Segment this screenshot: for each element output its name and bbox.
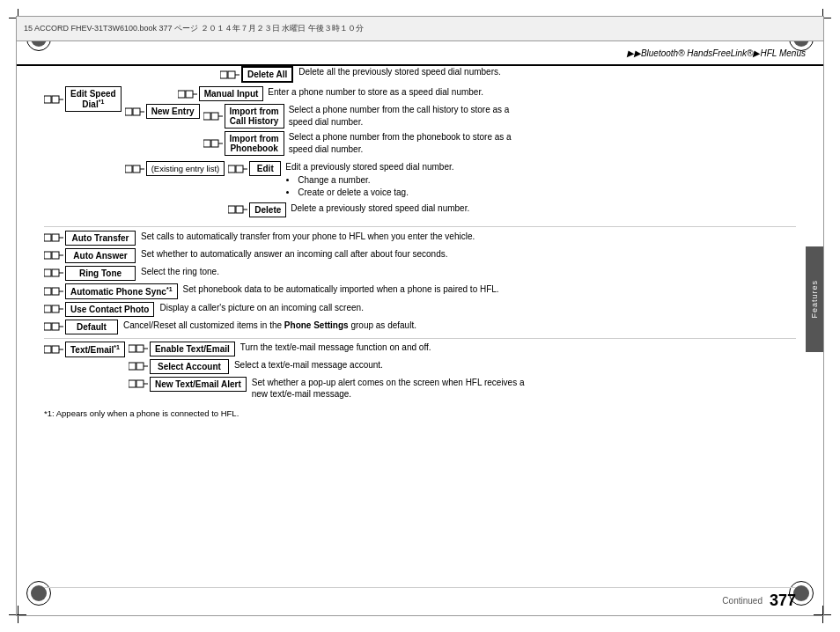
new-entry-subitems: Import fromCall History Select a phone n…	[203, 104, 522, 158]
right-tab-label: Features	[810, 280, 819, 319]
connector-icon-ucp	[44, 304, 63, 314]
connector-icon-edit	[228, 164, 247, 174]
connector-icon-del	[228, 204, 247, 215]
ring-tone-box: Ring Tone	[65, 266, 136, 281]
svg-rect-45	[44, 346, 51, 353]
svg-rect-46	[52, 346, 59, 353]
connector-icon-ne	[125, 107, 144, 117]
row-auto-transfer: Auto Transfer Set calls to automatically…	[44, 231, 796, 246]
main-content: Delete All Delete all the previously sto…	[44, 66, 796, 579]
enable-text-email-desc: Turn the text/e-mail message function on…	[235, 342, 431, 354]
svg-rect-36	[44, 288, 51, 295]
svg-rect-3	[44, 96, 51, 103]
svg-rect-4	[52, 96, 59, 103]
use-contact-photo-box: Use Contact Photo	[65, 302, 154, 317]
connector-icon-te-main	[44, 344, 63, 355]
svg-rect-15	[203, 140, 210, 147]
svg-rect-34	[52, 269, 59, 276]
row-delete: Delete Delete a previously stored speed …	[228, 202, 469, 217]
svg-rect-12	[203, 113, 210, 120]
svg-rect-33	[44, 269, 51, 276]
svg-rect-39	[44, 305, 51, 312]
edit-speed-dial-label: Edit SpeedDial*1	[44, 86, 122, 112]
svg-rect-52	[136, 363, 144, 370]
edit-desc: Edit a previously stored speed dial numb…	[281, 161, 453, 200]
select-account-box: Select Account	[150, 359, 229, 374]
svg-rect-0	[220, 71, 227, 78]
phone-settings-bold: Phone Settings	[284, 320, 349, 330]
delete-all-desc: Delete all the previously stored speed d…	[293, 66, 501, 78]
row-enable-text-email: Enable Text/Email Turn the text/e-mail m…	[129, 342, 537, 356]
existing-entry-subitems: Edit Edit a previously stored speed dial…	[228, 161, 469, 220]
svg-rect-7	[186, 91, 193, 98]
svg-rect-27	[44, 234, 51, 241]
auto-phone-sync-box: Automatic Phone Sync*1	[65, 283, 178, 299]
svg-rect-42	[44, 323, 51, 330]
svg-rect-21	[228, 165, 235, 173]
svg-rect-16	[211, 140, 218, 147]
svg-rect-54	[129, 380, 136, 387]
new-text-email-alert-desc: Set whether a pop-up alert comes on the …	[247, 377, 537, 401]
row-select-account: Select Account Select a text/e-mail mess…	[129, 359, 537, 374]
svg-rect-6	[178, 91, 185, 98]
svg-rect-37	[52, 288, 59, 295]
svg-rect-22	[236, 165, 243, 173]
manual-input-desc: Enter a phone number to store as a speed…	[263, 86, 483, 99]
auto-answer-desc: Set whether to automatically answer an i…	[136, 248, 448, 261]
connector-icon-at	[44, 232, 63, 243]
row-edit: Edit Edit a previously stored speed dial…	[228, 161, 469, 200]
connector-icon	[220, 70, 239, 80]
auto-answer-box: Auto Answer	[65, 248, 136, 263]
new-text-email-alert-box: New Text/Email Alert	[150, 377, 247, 392]
connector-icon-aps	[44, 286, 63, 297]
connector-icon-ee	[125, 164, 144, 174]
row-ring-tone: Ring Tone Select the ring tone.	[44, 266, 796, 281]
row-import-call-history: Import fromCall History Select a phone n…	[203, 104, 522, 129]
connector-icon-mi	[178, 89, 197, 99]
text-email-main-box: Text/Email*1	[65, 342, 125, 357]
delete-desc: Delete a previously stored speed dial nu…	[286, 202, 469, 215]
row-new-entry: New Entry	[125, 104, 522, 158]
auto-phone-sync-desc: Set phonebook data to be automatically i…	[178, 283, 499, 296]
header-section: ▶▶Bluetooth® HandsFreeLink®▶HFL Menus	[17, 41, 823, 66]
delete-all-box: Delete All	[241, 66, 293, 83]
row-edit-speed-dial: Edit SpeedDial*1 M	[44, 86, 796, 223]
svg-rect-9	[125, 108, 132, 115]
footnote: *1: Appears only when a phone is connect…	[44, 408, 796, 418]
import-call-history-box: Import fromCall History	[225, 104, 284, 129]
row-auto-answer: Auto Answer Set whether to automatically…	[44, 248, 796, 263]
svg-rect-28	[52, 234, 59, 241]
row-default: Default Cancel/Reset all customized item…	[44, 320, 796, 334]
svg-rect-18	[125, 165, 132, 173]
connector-icon-ete	[129, 343, 148, 354]
edit-speed-dial-section: Edit SpeedDial*1 M	[44, 86, 796, 223]
new-entry-tree: Manual Input Enter a phone number to sto…	[125, 86, 522, 223]
default-box: Default	[65, 320, 118, 334]
row-use-contact-photo: Use Contact Photo Display a caller's pic…	[44, 302, 796, 317]
row-new-text-email-alert: New Text/Email Alert Set whether a pop-u…	[129, 377, 537, 401]
use-contact-photo-desc: Display a caller's picture on an incomin…	[154, 302, 363, 314]
page-number: 377	[770, 592, 796, 610]
svg-rect-25	[236, 206, 243, 213]
connector-icon-sa	[129, 361, 148, 371]
connector-icon-def	[44, 321, 63, 332]
svg-rect-1	[228, 71, 235, 78]
page-footer: Continued 377	[44, 587, 796, 610]
row-text-email-section: Text/Email*1 Enable Text/Email	[44, 342, 796, 403]
enable-text-email-box: Enable Text/Email	[150, 342, 235, 356]
svg-rect-10	[133, 108, 140, 115]
connector-icon-rt	[44, 268, 63, 278]
row-auto-phone-sync: Automatic Phone Sync*1 Set phonebook dat…	[44, 283, 796, 299]
import-call-history-desc: Select a phone number from the call hist…	[284, 104, 522, 128]
default-desc: Cancel/Reset all customized items in the…	[118, 320, 416, 332]
delete-all-connector: Delete All	[220, 66, 293, 83]
svg-rect-51	[129, 363, 136, 370]
separator	[44, 226, 796, 227]
separator-2	[44, 338, 796, 339]
row-delete-all: Delete All Delete all the previously sto…	[220, 66, 796, 83]
delete-box: Delete	[249, 202, 286, 217]
svg-rect-31	[52, 252, 59, 259]
connector-icon-ipb	[203, 138, 223, 149]
svg-rect-13	[211, 113, 218, 120]
row-import-phonebook: Import fromPhonebook Select a phone numb…	[203, 131, 522, 156]
